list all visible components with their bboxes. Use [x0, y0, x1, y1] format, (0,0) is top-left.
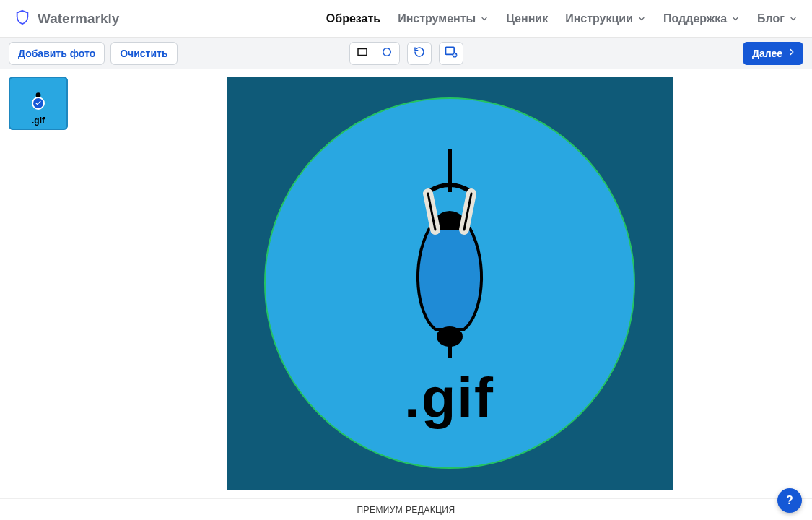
rectangle-icon: [356, 46, 369, 61]
stage: .gif: [95, 77, 803, 491]
crop-circle[interactable]: .gif: [265, 98, 634, 468]
chevron-down-icon: [789, 14, 798, 23]
svg-rect-0: [358, 49, 367, 56]
footer: ПРЕМИУМ РЕДАКЦИЯ: [0, 498, 812, 520]
thumbnail-item[interactable]: .gif: [9, 77, 68, 130]
check-icon: [32, 97, 45, 110]
chevron-right-icon: [787, 47, 797, 59]
rotate-icon: [413, 46, 426, 61]
circle-icon: [380, 46, 393, 61]
nav-links: Обрезать Инструменты Ценник Инструкции П…: [326, 12, 798, 25]
chevron-down-icon: [637, 14, 646, 23]
canvas-label: .gif: [404, 370, 494, 426]
next-button[interactable]: Далее: [743, 42, 803, 65]
shield-icon: [14, 9, 30, 28]
help-icon: ?: [786, 494, 793, 507]
clear-button[interactable]: Очистить: [110, 42, 177, 65]
nav-blog[interactable]: Блог: [757, 12, 798, 25]
top-nav: Watermarkly Обрезать Инструменты Ценник …: [0, 0, 812, 38]
chevron-down-icon: [731, 14, 740, 23]
crop-shape-controls: [349, 42, 463, 65]
canvas[interactable]: .gif: [227, 77, 673, 490]
rotate-button[interactable]: [407, 42, 432, 65]
svg-rect-8: [448, 344, 452, 358]
thumbnail-label: .gif: [32, 116, 45, 126]
workspace: .gif .gif: [0, 69, 812, 498]
chevron-down-icon: [480, 14, 489, 23]
add-photo-button[interactable]: Добавить фото: [9, 42, 105, 65]
help-button[interactable]: ?: [777, 488, 802, 513]
nav-instructions[interactable]: Инструкции: [565, 12, 646, 25]
shape-circle-button[interactable]: [375, 43, 399, 64]
svg-point-1: [383, 48, 391, 56]
brand-name: Watermarkly: [38, 11, 119, 27]
svg-rect-2: [445, 47, 454, 54]
cyclist-illustration: [396, 149, 504, 365]
add-to-crop-button[interactable]: [439, 42, 463, 65]
nav-pricing[interactable]: Ценник: [506, 12, 548, 25]
premium-label: ПРЕМИУМ РЕДАКЦИЯ: [357, 505, 455, 515]
nav-tools[interactable]: Инструменты: [398, 12, 489, 25]
svg-point-7: [437, 326, 463, 347]
toolbar: Добавить фото Очистить Далее: [0, 38, 812, 69]
crop-add-icon: [444, 45, 458, 61]
shape-segmented: [349, 42, 400, 65]
nav-crop[interactable]: Обрезать: [326, 12, 380, 25]
thumbnail-list: .gif: [9, 77, 81, 491]
shape-rectangle-button[interactable]: [350, 43, 375, 64]
nav-support[interactable]: Поддержка: [663, 12, 740, 25]
brand[interactable]: Watermarkly: [14, 9, 119, 28]
